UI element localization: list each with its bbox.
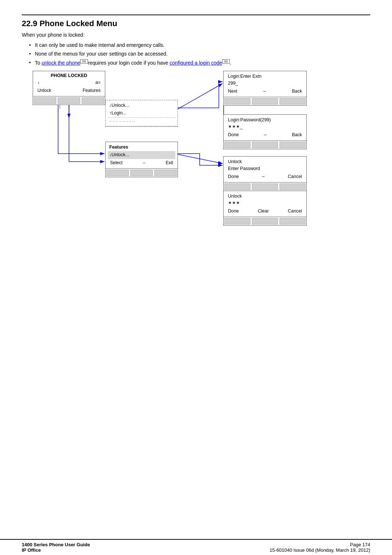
bullet-2: None of the menus for your user settings… bbox=[29, 51, 370, 57]
box6-row3: Done – Cancel bbox=[226, 173, 304, 181]
configured-login-link[interactable]: configured a login code bbox=[170, 60, 222, 66]
box3-screen: Features ↓Unlock... Select – Exit bbox=[106, 142, 177, 169]
box7-line1: Unlock bbox=[226, 193, 304, 200]
box6-btn2 bbox=[252, 183, 278, 190]
footer-left: 1400 Series Phone User Guide IP Office bbox=[22, 542, 90, 553]
box1-btn2 bbox=[58, 97, 80, 104]
box6-btn3 bbox=[279, 183, 306, 190]
footer-product: 1400 Series Phone User Guide bbox=[22, 542, 90, 547]
box1-buttons bbox=[33, 96, 105, 105]
box5-row3: Done – Back bbox=[226, 131, 304, 139]
box2-line2: ↑Login... bbox=[108, 109, 175, 117]
phone-box-1: PHONE LOCKED ↓ a= Unlock Features bbox=[33, 71, 105, 105]
box1-btn1 bbox=[34, 97, 56, 104]
phone-box-3: Features ↓Unlock... Select – Exit bbox=[105, 142, 178, 178]
box6-line2: Enter Password bbox=[226, 166, 304, 173]
box1-title: PHONE LOCKED bbox=[35, 73, 103, 79]
box5-btn3 bbox=[279, 142, 306, 148]
ref-89: 89 bbox=[80, 59, 88, 64]
box4-row3: Next – Back bbox=[226, 88, 304, 96]
box4-buttons bbox=[224, 97, 306, 105]
box7-line2: ✶✶✶ bbox=[226, 200, 304, 207]
box4-btn2 bbox=[252, 98, 278, 105]
box7-btn3 bbox=[279, 218, 306, 224]
box3-line1: Features bbox=[108, 143, 175, 151]
phone-box-7: Unlock ✶✶✶ Done Clear Cancel bbox=[223, 191, 307, 226]
box4-line2: 299_ bbox=[226, 80, 304, 88]
box6-btn1 bbox=[224, 183, 250, 190]
box7-buttons bbox=[224, 217, 306, 225]
box7-btn2 bbox=[252, 218, 278, 224]
box4-screen: Login:Enter Extn 299_ Next – Back bbox=[224, 71, 306, 97]
bullet-list: It can only be used to make internal and… bbox=[29, 42, 370, 66]
box4-btn1 bbox=[224, 98, 250, 105]
box6-screen: Unlock Enter Password Done – Cancel bbox=[224, 157, 306, 183]
box7-row3: Done Clear Cancel bbox=[226, 207, 304, 215]
box5-btn2 bbox=[252, 142, 278, 148]
diagram-area: PHONE LOCKED ↓ a= Unlock Features ↓Unloc… bbox=[22, 71, 370, 223]
box5-line2: ✶✶✶_ bbox=[226, 124, 304, 131]
box1-row2: ↓ a= bbox=[35, 79, 103, 87]
footer-page: Page 174 bbox=[270, 542, 370, 547]
box5-buttons bbox=[224, 141, 306, 149]
box1-row3: Unlock Features bbox=[35, 87, 103, 95]
bullet-1: It can only be used to make internal and… bbox=[29, 42, 370, 48]
box7-screen: Unlock ✶✶✶ Done Clear Cancel bbox=[224, 191, 306, 217]
box4-btn3 bbox=[279, 98, 306, 105]
intro-text: When your phone is locked: bbox=[22, 32, 370, 38]
unlock-phone-link[interactable]: unlock the phone bbox=[42, 60, 81, 66]
footer-issue: 15-601040 Issue 06d (Monday, March 19, 2… bbox=[270, 547, 370, 553]
box3-row3: Select – Exit bbox=[108, 159, 175, 167]
box4-line1: Login:Enter Extn bbox=[226, 73, 304, 81]
box2-line1: ↓Unlock... bbox=[108, 102, 175, 110]
box5-btn1 bbox=[224, 142, 250, 148]
box3-btn2 bbox=[130, 170, 153, 176]
box2-screen: ↓Unlock... ↑Login... – – – – – – – – bbox=[106, 100, 177, 126]
svg-line-3 bbox=[178, 84, 222, 109]
phone-box-6: Unlock Enter Password Done – Cancel bbox=[223, 156, 307, 191]
phone-box-4: Login:Enter Extn 299_ Next – Back bbox=[223, 71, 307, 106]
box6-buttons bbox=[224, 182, 306, 191]
box2-line3: – – – – – – – – bbox=[108, 117, 175, 125]
box5-screen: Login:Password(299) ✶✶✶_ Done – Back bbox=[224, 115, 306, 141]
footer-brand: IP Office bbox=[22, 547, 90, 553]
box5-line1: Login:Password(299) bbox=[226, 116, 304, 124]
box1-btn3 bbox=[82, 97, 104, 104]
box3-line2: ↓Unlock... bbox=[108, 151, 175, 159]
page-footer: 1400 Series Phone User Guide IP Office P… bbox=[0, 539, 392, 555]
box3-buttons bbox=[106, 169, 177, 177]
box7-btn1 bbox=[224, 218, 250, 224]
svg-line-6 bbox=[178, 154, 222, 163]
box3-btn1 bbox=[106, 170, 129, 176]
box1-screen: PHONE LOCKED ↓ a= Unlock Features bbox=[33, 71, 105, 97]
section-title: 22.9 Phone Locked Menu bbox=[22, 15, 370, 28]
phone-box-2: ↓Unlock... ↑Login... – – – – – – – – bbox=[105, 100, 178, 127]
ref-90: 90 bbox=[222, 59, 230, 64]
bullet-3: To unlock the phone 89 requires your log… bbox=[29, 60, 370, 66]
box3-btn3 bbox=[154, 170, 177, 176]
phone-box-5: Login:Password(299) ✶✶✶_ Done – Back bbox=[223, 114, 307, 150]
box6-line1: Unlock bbox=[226, 158, 304, 166]
footer-right: Page 174 15-601040 Issue 06d (Monday, Ma… bbox=[270, 542, 370, 553]
